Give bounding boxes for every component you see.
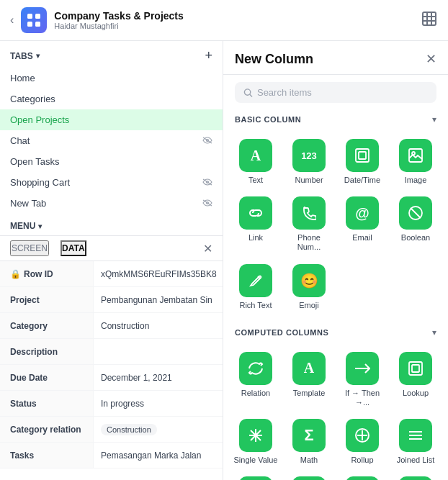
back-button[interactable]: ‹ <box>10 14 14 27</box>
screen-tab[interactable]: SCREEN <box>10 240 49 256</box>
row-key-label: Status <box>10 399 37 409</box>
column-type-image[interactable]: Image <box>389 133 442 191</box>
column-type-icon <box>399 419 432 452</box>
row-key-icon: 🔒 <box>10 269 21 279</box>
column-type-label: Emoji <box>299 301 319 310</box>
column-type-rollup[interactable]: Rollup <box>336 413 389 471</box>
computed-column-chevron-icon[interactable]: ▾ <box>432 327 436 338</box>
row-key-label: Project <box>10 295 40 305</box>
sidebar: TABS ▾ + HomeCategoriesOpen ProjectsChat… <box>0 41 223 480</box>
svg-rect-4 <box>423 12 436 25</box>
row-key-label: Category <box>10 321 48 331</box>
column-type-rich-text[interactable]: Rich Text <box>229 258 282 316</box>
panel-header: New Column ✕ <box>223 41 448 75</box>
table-row: 🔒Row IDxQmkMMS6REuRFIMs35BK8 <box>0 261 223 287</box>
search-input[interactable] <box>257 87 428 98</box>
data-table: 🔒Row IDxQmkMMS6REuRFIMs35BK8ProjectPemba… <box>0 261 223 480</box>
add-tab-button[interactable]: + <box>205 48 212 63</box>
row-key: Status <box>0 391 94 416</box>
sidebar-item-home[interactable]: Home <box>0 68 223 89</box>
column-type-label: Link <box>248 233 263 243</box>
column-type-icon <box>399 352 432 385</box>
column-type-icon <box>239 419 272 452</box>
menu-label[interactable]: MENU ▾ <box>10 221 212 231</box>
close-data-button[interactable]: ✕ <box>203 242 212 255</box>
column-type-date/time[interactable]: Date/Time <box>336 133 389 191</box>
sidebar-item-shopping-cart[interactable]: Shopping Cart <box>0 172 223 193</box>
sidebar-item-label: New Tab <box>10 198 46 209</box>
column-type-icon <box>346 419 379 452</box>
column-type-math[interactable]: ΣMath <box>282 413 336 471</box>
column-type-icon <box>292 196 326 230</box>
column-type-boolean[interactable]: Boolean <box>389 191 442 258</box>
tabs-section-header: TABS ▾ + <box>0 41 223 68</box>
svg-rect-19 <box>409 149 422 162</box>
column-type-icon: A <box>239 139 272 172</box>
search-icon <box>243 88 253 98</box>
sidebar-item-label: Chat <box>10 135 30 146</box>
column-type-email[interactable]: @Email <box>336 191 389 258</box>
column-type-label: Image <box>405 176 427 185</box>
search-bar[interactable] <box>235 82 436 103</box>
svg-rect-24 <box>409 362 422 375</box>
column-type-generate-i-[interactable]: Generate I... <box>336 471 389 480</box>
column-type-joined-list[interactable]: Joined List <box>389 413 442 471</box>
column-type-icon <box>346 139 379 172</box>
sidebar-item-open-projects[interactable]: Open Projects <box>0 109 223 130</box>
main-layout: TABS ▾ + HomeCategoriesOpen ProjectsChat… <box>0 41 448 480</box>
column-type-icon <box>346 352 379 385</box>
row-value: Pembangunan Jembatan Sin <box>94 287 223 312</box>
column-type-emoji[interactable]: 😊Emoji <box>282 258 336 316</box>
column-type-template[interactable]: ATemplate <box>282 346 336 413</box>
svg-rect-17 <box>356 149 369 162</box>
column-type-link[interactable]: Link <box>229 191 282 258</box>
column-type-icon <box>239 476 272 480</box>
column-type-label: Lookup <box>403 389 429 398</box>
sidebar-item-label: Categories <box>10 94 55 104</box>
table-view-icon[interactable] <box>421 10 438 31</box>
column-type-number[interactable]: 123Number <box>282 133 336 191</box>
basic-column-section-header: BASIC COLUMN ▾ <box>223 110 448 129</box>
column-type-relation[interactable]: Relation <box>229 346 282 413</box>
row-value: Pemasangan Marka Jalan <box>94 443 223 468</box>
column-type-label: If → Then →... <box>339 389 386 407</box>
column-type-icon <box>239 196 272 230</box>
data-tab[interactable]: DATA <box>61 240 86 256</box>
column-type-lookup[interactable]: Lookup <box>389 346 442 413</box>
row-value: Construction <box>94 417 223 442</box>
basic-column-chevron-icon[interactable]: ▾ <box>432 114 436 124</box>
top-bar: ‹ Company Tasks & Projects Haidar Mustag… <box>0 0 448 41</box>
value-badge: Construction <box>101 424 157 435</box>
column-type-distance[interactable]: Distance <box>282 471 336 480</box>
hidden-eye-icon <box>202 136 212 146</box>
row-key: 🔒Row ID <box>0 261 94 286</box>
row-key: Description <box>0 339 94 364</box>
column-type-if-then-[interactable]: If → Then →... <box>336 346 389 413</box>
tabs-label[interactable]: TABS ▾ <box>10 51 40 61</box>
column-type-single-value[interactable]: Single Value <box>229 413 282 471</box>
column-type-icon: 123 <box>292 139 326 172</box>
column-type-construct-u-[interactable]: Construct U... <box>389 471 442 480</box>
column-type-icon <box>399 476 432 480</box>
sidebar-item-new-tab[interactable]: New Tab <box>0 193 223 214</box>
column-type-split-text[interactable]: Split Text <box>229 471 282 480</box>
column-type-label: Math <box>300 456 318 465</box>
panel-close-button[interactable]: ✕ <box>426 51 436 67</box>
column-type-phone-num-[interactable]: Phone Num... <box>282 191 336 258</box>
row-key-label: Description <box>10 347 58 357</box>
row-value: December 1, 2021 <box>94 365 223 390</box>
new-column-panel: New Column ✕ BASIC COLUMN ▾ AText123Numb… <box>223 41 448 480</box>
svg-rect-2 <box>27 22 32 27</box>
sidebar-item-open-tasks[interactable]: Open Tasks <box>0 151 223 172</box>
sidebar-item-chat[interactable]: Chat <box>0 130 223 151</box>
table-row: Category relationConstruction <box>0 417 223 443</box>
row-key-label: Due Date <box>10 373 48 383</box>
computed-column-title: COMPUTED COLUMNS <box>235 328 328 337</box>
sidebar-item-label: Open Projects <box>10 114 69 125</box>
column-type-icon <box>239 352 272 385</box>
sidebar-item-categories[interactable]: Categories <box>0 89 223 109</box>
column-type-label: Rollup <box>351 456 373 465</box>
app-info: Company Tasks & Projects Haidar Mustaghf… <box>54 10 183 30</box>
sidebar-item-label: Open Tasks <box>10 156 59 167</box>
column-type-text[interactable]: AText <box>229 133 282 191</box>
